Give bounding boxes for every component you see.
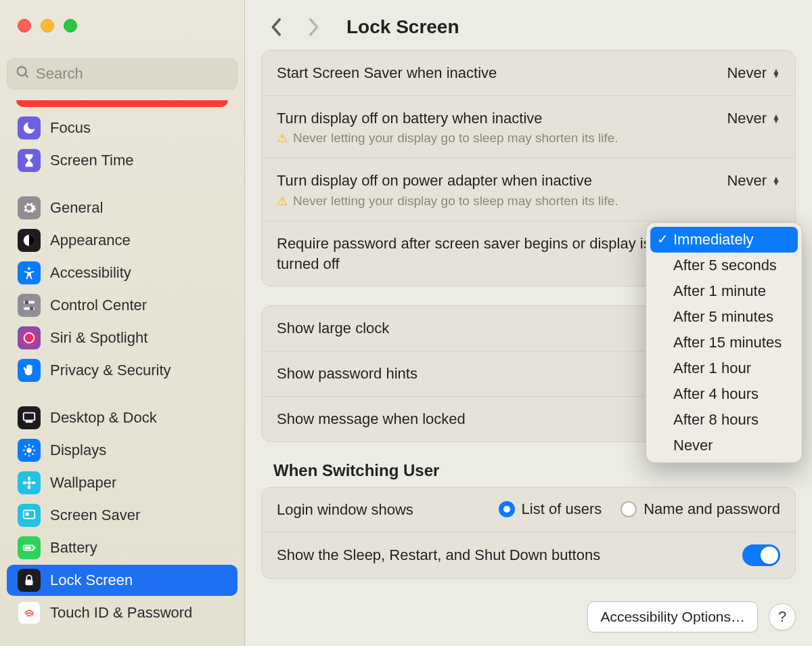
warning-text: Never letting your display go to sleep m… <box>293 194 618 209</box>
battery-icon <box>18 536 41 559</box>
moon-icon <box>18 116 41 139</box>
footer: Accessibility Options… ? <box>587 601 796 632</box>
minimize-window-button[interactable] <box>41 19 54 33</box>
menu-item[interactable]: Never <box>650 433 798 458</box>
menu-item[interactable]: After 4 hours <box>650 381 798 407</box>
row-label: Show the Sleep, Restart, and Shut Down b… <box>277 545 600 565</box>
sidebar-item-desktop-dock[interactable]: Desktop & Dock <box>7 402 238 433</box>
popup-value: Never <box>727 64 767 82</box>
lock-icon <box>18 569 41 592</box>
switch-sleep-buttons[interactable] <box>742 544 780 566</box>
row-label: Start Screen Saver when inactive <box>277 63 716 83</box>
sidebar-item-battery[interactable]: Battery <box>7 532 238 563</box>
sidebar-item-wallpaper[interactable]: Wallpaper <box>7 467 238 498</box>
sidebar-item-label: General <box>50 199 103 217</box>
popup-value: Never <box>727 172 767 190</box>
sidebar-item-appearance[interactable]: Appearance <box>7 225 238 256</box>
svg-point-26 <box>26 513 28 515</box>
menu-item[interactable]: After 15 minutes <box>650 330 798 356</box>
sidebar-item-general[interactable]: General <box>7 192 238 223</box>
row-label: Login window shows <box>277 500 413 520</box>
radio-indicator <box>499 501 515 517</box>
sidebar-item-label: Displays <box>50 442 106 459</box>
menu-item[interactable]: Immediately <box>650 227 798 253</box>
sidebar-item-displays[interactable]: Displays <box>7 435 238 466</box>
menu-item[interactable]: After 1 hour <box>650 356 798 381</box>
svg-point-8 <box>24 333 35 343</box>
accessibility-options-button[interactable]: Accessibility Options… <box>587 601 758 632</box>
sidebar-item-siri-spotlight[interactable]: Siri & Spotlight <box>7 322 238 353</box>
sidebar-item-touch-id[interactable]: Touch ID & Password <box>7 597 238 628</box>
svg-point-21 <box>28 477 30 481</box>
back-button[interactable] <box>267 17 287 37</box>
popup-adapter-off[interactable]: Never ▲▼ <box>727 171 780 190</box>
svg-rect-28 <box>34 546 35 549</box>
sidebar-item-label: Wallpaper <box>50 474 116 492</box>
brightness-icon <box>18 439 41 462</box>
row-display-off-battery: Turn display off on battery when inactiv… <box>262 95 795 158</box>
radio-label: Name and password <box>644 500 780 518</box>
warning-text: Never letting your display go to sleep m… <box>293 131 618 146</box>
fingerprint-icon <box>18 601 41 624</box>
menu-item[interactable]: After 5 minutes <box>650 304 798 330</box>
svg-point-7 <box>30 307 33 311</box>
sidebar-item-label: Privacy & Security <box>50 362 171 379</box>
accessibility-icon <box>18 261 41 284</box>
forward-button[interactable] <box>303 17 323 37</box>
radio-name-and-password[interactable]: Name and password <box>621 500 780 518</box>
svg-rect-10 <box>26 421 33 423</box>
sidebar-item-control-center[interactable]: Control Center <box>7 290 238 321</box>
radio-label: List of users <box>522 500 602 518</box>
require-password-menu[interactable]: Immediately After 5 seconds After 1 minu… <box>646 222 803 463</box>
dock-icon <box>18 406 41 429</box>
siri-icon <box>18 326 41 349</box>
close-window-button[interactable] <box>18 19 31 33</box>
sidebar-item-screen-time[interactable]: Screen Time <box>7 145 238 176</box>
settings-group-switching-user: Login window shows List of users Name an… <box>261 487 796 580</box>
gear-icon <box>18 196 41 219</box>
radio-list-of-users[interactable]: List of users <box>499 500 602 518</box>
warning-icon: ⚠︎ <box>277 194 288 209</box>
section-heading-switching-user: When Switching User <box>273 461 796 480</box>
sidebar-item-label: Battery <box>50 539 97 557</box>
contrast-icon <box>18 229 41 252</box>
sidebar-item-privacy-security[interactable]: Privacy & Security <box>7 355 238 386</box>
row-screensaver-inactive: Start Screen Saver when inactive Never ▲… <box>262 51 795 95</box>
row-label: Turn display off on battery when inactiv… <box>277 108 716 129</box>
sidebar-item-label: Focus <box>50 119 91 137</box>
row-label: Turn display off on power adapter when i… <box>277 171 716 191</box>
svg-rect-9 <box>24 413 35 421</box>
svg-rect-30 <box>26 580 33 585</box>
updown-icon: ▲▼ <box>772 114 780 123</box>
updown-icon: ▲▼ <box>772 69 780 77</box>
svg-point-20 <box>27 481 31 485</box>
menu-item[interactable]: After 1 minute <box>650 278 798 304</box>
sidebar-item-screen-saver[interactable]: Screen Saver <box>7 500 238 531</box>
menu-item[interactable]: After 5 seconds <box>650 253 798 278</box>
popup-battery-off[interactable]: Never ▲▼ <box>727 108 780 127</box>
menu-item[interactable]: After 8 hours <box>650 407 798 433</box>
svg-rect-29 <box>25 546 31 549</box>
sidebar-item-label: Desktop & Dock <box>50 409 157 427</box>
search-field[interactable] <box>7 58 238 89</box>
row-sleep-restart-shutdown: Show the Sleep, Restart, and Shut Down b… <box>262 532 795 578</box>
svg-point-3 <box>28 267 30 270</box>
svg-line-1 <box>25 74 28 78</box>
sidebar-item-accessibility[interactable]: Accessibility <box>7 257 238 288</box>
sidebar: Focus Screen Time General Appearance <box>0 0 245 646</box>
search-input[interactable] <box>36 65 229 83</box>
page-title: Lock Screen <box>346 16 459 38</box>
svg-line-17 <box>32 454 34 455</box>
help-button[interactable]: ? <box>769 603 796 630</box>
updown-icon: ▲▼ <box>772 177 780 185</box>
sidebar-item-lock-screen[interactable]: Lock Screen <box>7 565 238 596</box>
row-login-window-shows: Login window shows List of users Name an… <box>262 488 795 532</box>
popup-screensaver[interactable]: Never ▲▼ <box>727 63 780 82</box>
sidebar-item-label: Accessibility <box>50 264 131 282</box>
zoom-window-button[interactable] <box>64 19 77 33</box>
svg-line-19 <box>32 446 34 447</box>
svg-point-24 <box>31 481 35 484</box>
svg-point-23 <box>23 481 27 484</box>
sidebar-item-focus[interactable]: Focus <box>7 112 238 144</box>
svg-rect-25 <box>24 511 35 519</box>
